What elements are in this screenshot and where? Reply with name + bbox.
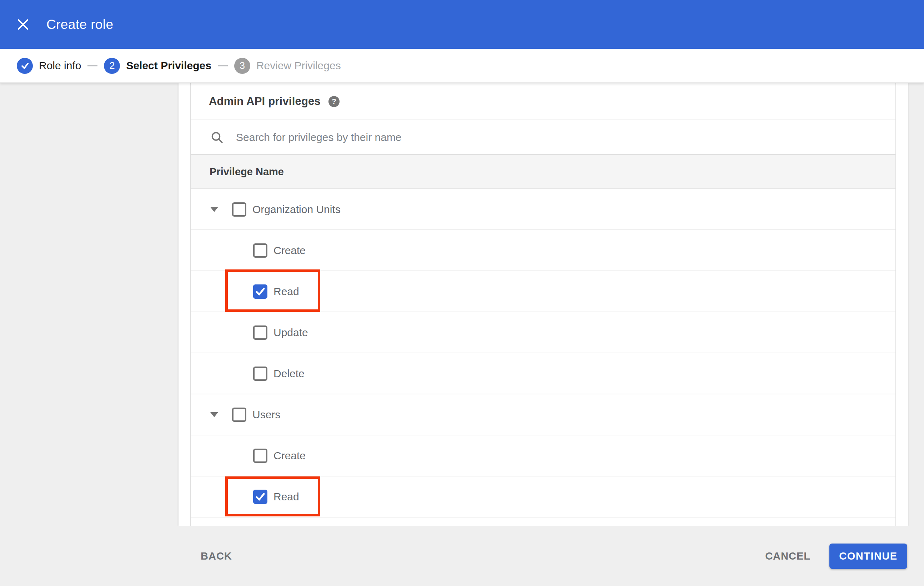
checkbox-orgunits-delete[interactable] — [253, 367, 267, 381]
section-header: Admin API privileges ? — [191, 83, 896, 120]
table-row-orgunits-delete: Delete — [191, 353, 896, 394]
continue-button[interactable]: CONTINUE — [829, 543, 907, 569]
privileges-panel: Admin API privileges ? Privilege Name — [190, 83, 896, 526]
table-row-users-create: Create — [191, 435, 896, 476]
privilege-label: Read — [274, 491, 299, 503]
step-number-badge: 2 — [104, 58, 120, 74]
search-input[interactable] — [235, 131, 716, 144]
step-label: Select Privileges — [126, 59, 211, 72]
step-role-info[interactable]: Role info — [17, 58, 81, 74]
back-button[interactable]: BACK — [201, 550, 232, 562]
checkbox-organization-units[interactable] — [232, 202, 246, 217]
close-button[interactable] — [16, 18, 30, 32]
table-row-orgunits-update: Update — [191, 312, 896, 353]
column-header-label: Privilege Name — [210, 166, 284, 178]
help-icon[interactable]: ? — [328, 96, 340, 107]
table-row-organization-units: Organization Units — [191, 189, 896, 230]
step-label: Role info — [39, 59, 81, 72]
privilege-label: Read — [274, 285, 299, 298]
privilege-label: Create — [274, 450, 305, 462]
step-number-badge: 3 — [234, 58, 250, 74]
privilege-label: Organization Units — [252, 203, 341, 216]
table-row-users: Users — [191, 394, 896, 435]
checkbox-orgunits-read[interactable] — [253, 285, 267, 299]
step-select-privileges[interactable]: 2 Select Privileges — [104, 58, 211, 74]
table-row-users-read: Read — [191, 476, 896, 517]
checkbox-users-read[interactable] — [253, 490, 267, 504]
close-icon — [18, 19, 28, 30]
privilege-label: Update — [274, 326, 308, 339]
table-column-header: Privilege Name — [191, 155, 896, 189]
page-background: Admin API privileges ? Privilege Name — [0, 83, 924, 586]
checkbox-users-create[interactable] — [253, 449, 267, 463]
step-label: Review Privileges — [256, 59, 341, 72]
dialog-header: Create role — [0, 0, 924, 49]
checkmark-icon — [255, 492, 265, 502]
step-divider — [218, 65, 228, 66]
footer-bar: BACK CANCEL CONTINUE — [0, 526, 924, 586]
checkbox-orgunits-update[interactable] — [253, 326, 267, 340]
collapse-arrow-icon[interactable] — [210, 412, 218, 417]
content-card: Admin API privileges ? Privilege Name — [178, 83, 908, 526]
table-row-orgunits-read: Read — [191, 271, 896, 312]
collapse-arrow-icon[interactable] — [210, 207, 218, 212]
privilege-label: Create — [274, 244, 305, 257]
privilege-label: Users — [252, 409, 280, 421]
checkbox-users[interactable] — [232, 408, 246, 422]
dialog-title: Create role — [46, 17, 113, 32]
table-row-partial — [191, 517, 896, 525]
checkbox-orgunits-create[interactable] — [253, 244, 267, 258]
step-divider — [87, 65, 97, 66]
stepper: Role info 2 Select Privileges 3 Review P… — [0, 49, 924, 83]
checkmark-icon — [255, 286, 265, 296]
privilege-search-row — [191, 120, 896, 155]
step-complete-check-icon — [17, 58, 33, 74]
search-icon — [211, 131, 223, 144]
table-row-orgunits-create: Create — [191, 230, 896, 271]
privilege-label: Delete — [274, 367, 305, 380]
section-title: Admin API privileges — [209, 95, 321, 108]
step-review-privileges: 3 Review Privileges — [234, 58, 341, 74]
cancel-button[interactable]: CANCEL — [765, 550, 810, 562]
create-role-dialog: Create role Role info 2 Select Privilege… — [0, 0, 924, 586]
